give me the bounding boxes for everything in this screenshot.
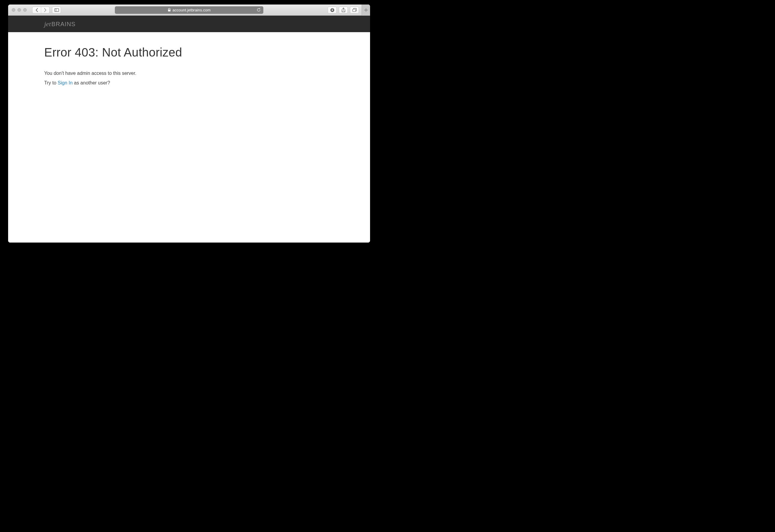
share-button[interactable] — [339, 7, 348, 14]
logo-script: jet — [44, 20, 51, 28]
logo-caps: BRAINS — [51, 21, 75, 27]
chevron-left-icon — [35, 8, 38, 12]
address-bar[interactable]: account.jetbrains.com — [115, 6, 263, 14]
prompt-prefix: Try to — [44, 80, 58, 85]
sidebar-icon — [54, 8, 59, 12]
error-message: You don't have admin access to this serv… — [44, 71, 334, 76]
download-icon — [330, 8, 334, 12]
svg-rect-2 — [168, 10, 170, 11]
close-window-button[interactable] — [12, 8, 15, 12]
forward-button[interactable] — [41, 7, 49, 13]
svg-rect-0 — [54, 8, 59, 11]
tabs-icon — [352, 8, 357, 12]
tabs-overview-button[interactable] — [350, 7, 359, 14]
reload-button[interactable] — [256, 8, 261, 12]
sidebar-toggle-button[interactable] — [52, 7, 61, 14]
back-button[interactable] — [32, 7, 41, 13]
lock-icon — [168, 8, 171, 12]
toolbar-right — [328, 5, 368, 16]
plus-icon — [364, 8, 368, 12]
site-header: jetBRAINS — [8, 16, 370, 32]
signin-prompt: Try to Sign In as another user? — [44, 80, 334, 86]
address-bar-url: account.jetbrains.com — [172, 8, 210, 12]
browser-toolbar: account.jetbrains.com — [8, 5, 370, 16]
jetbrains-logo[interactable]: jetBRAINS — [44, 20, 75, 28]
minimize-window-button[interactable] — [17, 8, 21, 12]
navigation-buttons — [32, 7, 50, 14]
page-content: Error 403: Not Authorized You don't have… — [8, 32, 370, 100]
page-viewport: jetBRAINS Error 403: Not Authorized You … — [8, 16, 370, 243]
svg-rect-4 — [352, 9, 355, 11]
window-controls — [12, 8, 27, 12]
error-heading: Error 403: Not Authorized — [44, 46, 334, 59]
sign-in-link[interactable]: Sign In — [58, 80, 73, 85]
new-tab-button[interactable] — [361, 5, 370, 16]
reload-icon — [256, 8, 261, 12]
downloads-button[interactable] — [328, 7, 337, 14]
zoom-window-button[interactable] — [23, 8, 27, 12]
prompt-suffix: as another user? — [73, 80, 110, 85]
share-icon — [341, 8, 345, 12]
browser-window: account.jetbrains.com — [8, 5, 370, 243]
chevron-right-icon — [44, 8, 47, 12]
